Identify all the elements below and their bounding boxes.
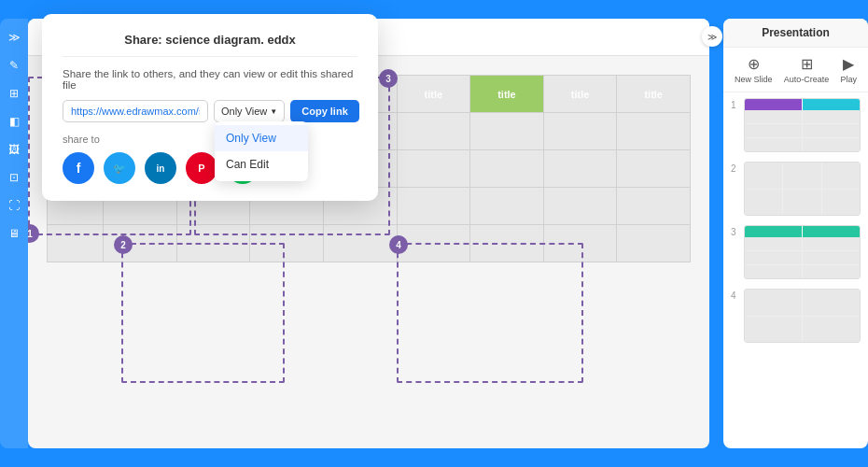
new-slide-label: New Slide — [735, 75, 773, 84]
slide-preview-2[interactable] — [744, 162, 861, 216]
row3-col8 — [617, 188, 691, 225]
slide-item-3[interactable]: 3 — [731, 225, 861, 279]
permission-label: Only View — [221, 106, 267, 117]
selection-badge-1: 1 — [28, 224, 39, 243]
row4-col7 — [543, 225, 617, 262]
row1-col7 — [543, 113, 617, 150]
row1-col5 — [397, 113, 470, 150]
slide-preview-4[interactable] — [744, 289, 861, 343]
panel-toggle-button[interactable]: ≫ — [702, 26, 722, 47]
share-dialog-description: Share the link to others, and they can v… — [63, 68, 357, 91]
copy-link-button[interactable]: Copy link — [290, 100, 359, 122]
auto-create-button[interactable]: ⊞ Auto-Create — [784, 55, 830, 84]
row1-col8 — [617, 113, 691, 150]
row4-col2 — [176, 225, 250, 262]
social-icons: f 🐦 in P L — [63, 152, 357, 184]
auto-create-label: Auto-Create — [784, 75, 830, 84]
slide-preview-3[interactable] — [744, 225, 861, 279]
row1-col6 — [470, 113, 544, 150]
slide-number-1: 1 — [731, 100, 740, 110]
row2-col6 — [470, 150, 544, 188]
row3-col5 — [397, 188, 470, 225]
row4-col0 — [48, 225, 104, 262]
slides-list: 1 2 — [723, 92, 868, 448]
row4-col4 — [323, 225, 397, 262]
social-twitter-button[interactable]: 🐦 — [104, 152, 135, 184]
slide-number-4: 4 — [731, 290, 740, 301]
share-dialog: Share: science diagram. eddx Share the l… — [42, 14, 378, 201]
social-linkedin-button[interactable]: in — [145, 152, 176, 184]
share-to-label: share to — [63, 134, 357, 145]
selection-box-2: 2 — [121, 243, 285, 383]
panel-title: Presentation — [762, 26, 830, 39]
social-facebook-button[interactable]: f — [63, 152, 94, 184]
sidebar-icon-4[interactable]: ◧ — [3, 110, 25, 133]
permission-dropdown[interactable]: Only View ▼ Only View Can Edit — [214, 100, 285, 122]
new-slide-button[interactable]: ⊕ New Slide — [735, 55, 773, 84]
panel-toolbar: ⊕ New Slide ⊞ Auto-Create ▶ Play — [723, 48, 868, 92]
header-col-5: title — [397, 76, 470, 113]
share-link-input[interactable] — [63, 100, 208, 122]
row4-col5 — [397, 225, 470, 262]
play-label: Play — [840, 75, 857, 84]
share-link-row: Only View ▼ Only View Can Edit Copy link — [63, 100, 357, 122]
header-col-7: title — [543, 76, 617, 113]
row4-col1 — [104, 225, 177, 262]
row2-col7 — [543, 150, 617, 188]
left-sidebar: ≫ ✎ ⊞ ◧ 🖼 ⊡ ⛶ 🖥 — [0, 19, 28, 448]
presentation-panel: Presentation ⊕ New Slide ⊞ Auto-Create ▶… — [723, 19, 868, 448]
slide-item-4[interactable]: 4 — [731, 289, 861, 343]
row3-col7 — [543, 188, 617, 225]
sidebar-icon-8[interactable]: 🖥 — [3, 222, 25, 245]
sidebar-icon-1[interactable]: ≫ — [3, 26, 25, 49]
new-slide-icon: ⊕ — [748, 55, 760, 73]
slide-item-1[interactable]: 1 — [731, 98, 861, 152]
header-col-6: title — [470, 76, 544, 113]
sidebar-icon-7[interactable]: ⛶ — [3, 194, 25, 217]
social-pinterest-button[interactable]: P — [186, 152, 217, 184]
dropdown-option-only-view[interactable]: Only View — [215, 125, 308, 151]
row2-col5 — [397, 150, 470, 188]
sidebar-icon-5[interactable]: 🖼 — [3, 138, 25, 161]
header-col-8: title — [617, 76, 691, 113]
selection-box-4: 4 — [397, 243, 583, 383]
row4-col3 — [250, 225, 324, 262]
row3-col6 — [470, 188, 544, 225]
share-dialog-title: Share: science diagram. eddx — [63, 33, 357, 57]
sidebar-icon-3[interactable]: ⊞ — [3, 82, 25, 105]
play-button[interactable]: ▶ Play — [840, 55, 857, 84]
slide-number-3: 3 — [731, 227, 740, 237]
auto-create-icon: ⊞ — [801, 55, 813, 73]
panel-header: Presentation — [723, 19, 868, 48]
dropdown-arrow-icon: ▼ — [270, 107, 277, 116]
sidebar-icon-2[interactable]: ✎ — [3, 54, 25, 77]
slide-number-2: 2 — [731, 163, 740, 174]
slide-item-2[interactable]: 2 — [731, 162, 861, 216]
row2-col8 — [617, 150, 691, 188]
dropdown-option-can-edit[interactable]: Can Edit — [215, 151, 308, 177]
play-icon: ▶ — [843, 55, 854, 73]
row4-col6 — [470, 225, 544, 262]
permission-dropdown-menu: Only View Can Edit — [215, 121, 308, 181]
slide-preview-1[interactable] — [744, 98, 861, 152]
sidebar-icon-6[interactable]: ⊡ — [3, 166, 25, 189]
row4-col8 — [617, 225, 691, 262]
